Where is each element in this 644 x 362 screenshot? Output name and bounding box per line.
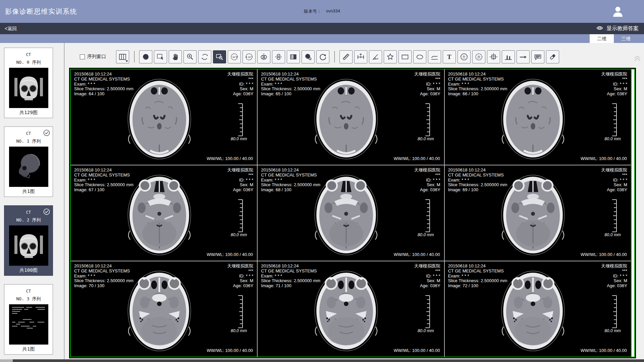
tool-pan-button[interactable]: [169, 50, 182, 63]
cell-age: Age: 036Y: [227, 188, 253, 193]
tool-roi-ellipse-button[interactable]: [413, 50, 426, 63]
user-avatar-icon[interactable]: [611, 5, 625, 18]
tool-layout-button[interactable]: [116, 50, 129, 63]
tool-invert-button[interactable]: [287, 50, 300, 63]
version-label: 版本号：: [304, 8, 321, 14]
tool-localizer-button[interactable]: [487, 50, 500, 63]
scale-label: 80.0 mm: [418, 137, 434, 141]
tool-window-level-button[interactable]: [139, 50, 152, 63]
cell-exam: Exam: * * *: [261, 274, 320, 279]
tool-histogram-button[interactable]: [502, 50, 515, 63]
svg-text:90°: 90°: [232, 55, 236, 58]
cell-slice-thickness: Slice Thickness: 2.500000 mm: [448, 278, 507, 283]
cell-slice-thickness: Slice Thickness: 2.500000 mm: [261, 183, 320, 188]
viewer-cell-6[interactable]: 20150618 10:12:24CT GE MEDICAL SYSTEMSEx…: [71, 261, 257, 357]
checkbox-box: [80, 54, 85, 59]
cell-masked-id: ***: [414, 77, 440, 82]
tool-measure-line-button[interactable]: [339, 50, 353, 63]
series-modality: CT: [4, 52, 53, 57]
cell-age: Age: 036Y: [414, 92, 440, 97]
scale-label: 80.0 mm: [231, 137, 247, 141]
tool-comment-button[interactable]: [531, 50, 544, 63]
series-card-2[interactable]: CTNO. 2 序列共100图: [4, 205, 53, 276]
cell-patient-id: ID: * * *: [601, 178, 627, 183]
viewer-cell-7[interactable]: 20150618 10:12:24CT GE MEDICAL SYSTEMSEx…: [258, 261, 444, 357]
viewer-green-frame: 20150618 10:12:24CT GE MEDICAL SYSTEMSEx…: [70, 69, 635, 357]
viewer-vertical-scrollbar[interactable]: [631, 69, 634, 357]
tab-2d[interactable]: 二维: [590, 34, 614, 43]
tool-roi-rect-button[interactable]: [398, 50, 412, 63]
cell-image-number: Image: 65 / 100: [261, 92, 320, 97]
viewer-cell-5[interactable]: 20150618 10:12:24CT GE MEDICAL SYSTEMSEx…: [445, 165, 631, 261]
scale-label: 80.0 mm: [604, 328, 621, 333]
tool-measure-caliper-button[interactable]: [354, 50, 367, 63]
cell-hospital: 天堰模拟医院: [601, 168, 627, 173]
tool-select-button[interactable]: [154, 50, 167, 63]
horizontal-scrollbar-thumb[interactable]: [13, 359, 644, 362]
tool-flip-vertical-button[interactable]: [272, 50, 285, 63]
tool-secondary-mark-button[interactable]: 次: [472, 50, 485, 63]
series-name: NO. 0 序列: [4, 59, 53, 65]
viewer-cell-1[interactable]: 20150618 10:12:24CT GE MEDICAL SYSTEMSEx…: [258, 69, 444, 165]
cell-info-right: 天堰模拟医院***ID: * * *Sex: MAge: 036Y: [601, 264, 627, 289]
ct-image: [126, 269, 192, 353]
viewer-cell-2[interactable]: 20150618 10:12:24CT GE MEDICAL SYSTEMSEx…: [445, 69, 631, 165]
horizontal-scrollbar[interactable]: [0, 359, 644, 362]
cell-hospital: 天堰模拟医院: [414, 72, 440, 77]
series-card-0[interactable]: CTNO. 0 序列共129图: [4, 48, 53, 118]
cell-masked-id: ***: [601, 173, 627, 178]
tool-text-annotation-button[interactable]: T: [443, 50, 456, 63]
tool-main-mark-button[interactable]: 主: [458, 50, 471, 63]
tool-arrow-annotation-button[interactable]: [517, 50, 530, 63]
tool-window-single-button[interactable]: [302, 50, 315, 63]
tool-zoom-region-button[interactable]: [213, 50, 226, 63]
scale-label: 80.0 mm: [604, 137, 621, 141]
cell-manufacturer: CT GE MEDICAL SYSTEMS: [74, 173, 133, 178]
ct-image: [313, 173, 379, 257]
cell-image-number: Image: 64 / 100: [74, 92, 133, 97]
cell-slice-thickness: Slice Thickness: 2.500000 mm: [261, 278, 320, 283]
viewer-cell-4[interactable]: 20150618 10:12:24CT GE MEDICAL SYSTEMSEx…: [258, 165, 444, 261]
collapse-panel-button[interactable]: [633, 54, 642, 62]
tool-reset-button[interactable]: [316, 50, 329, 63]
series-window-checkbox[interactable]: 序列窗口: [80, 54, 106, 60]
show-teacher-answer-label: 显示教师答案: [606, 25, 639, 32]
viewer-cell-3[interactable]: 20150618 10:12:24CT GE MEDICAL SYSTEMSEx…: [71, 165, 257, 261]
cell-slice-thickness: Slice Thickness: 2.500000 mm: [74, 278, 133, 283]
tool-zoom-button[interactable]: [183, 50, 197, 63]
tool-rotate-right-90-button[interactable]: 90°: [243, 50, 256, 63]
tool-measure-angle-button[interactable]: [369, 50, 382, 63]
svg-text:主: 主: [462, 55, 466, 59]
cell-masked-id: ***: [601, 77, 627, 82]
tool-flip-horizontal-button[interactable]: [257, 50, 270, 63]
cell-hospital: 天堰模拟医院: [601, 72, 627, 77]
series-card-3[interactable]: CTNO. 3 序列共1图: [4, 284, 53, 355]
show-teacher-answer-button[interactable]: 显示教师答案: [596, 23, 639, 34]
tool-rotate-left-90-button[interactable]: 90°: [228, 50, 241, 63]
tab-3d[interactable]: 三维: [614, 34, 638, 43]
tool-roi-freehand-button[interactable]: [384, 50, 397, 63]
cell-datetime: 20150618 10:12:24: [74, 168, 133, 173]
viewer-cell-8[interactable]: 20150618 10:12:24CT GE MEDICAL SYSTEMSEx…: [445, 261, 631, 357]
back-button[interactable]: <返回: [5, 23, 17, 34]
scale-ruler-icon: [423, 103, 431, 138]
top-header: 影像诊断思维实训系统 版本号： svn334: [0, 0, 644, 23]
cell-exam: Exam: * * *: [448, 274, 507, 279]
viewer-cell-0[interactable]: 20150618 10:12:24CT GE MEDICAL SYSTEMSEx…: [71, 69, 257, 165]
series-sidebar: CTNO. 0 序列共129图CTNO. 1 序列共1图CTNO. 2 序列共1…: [0, 43, 64, 359]
tool-rotate-button[interactable]: [198, 50, 211, 63]
series-thumbnail: [9, 304, 48, 345]
window-level-label: WW/WL: 100.00 / 40.00: [394, 156, 440, 161]
cell-patient-id: ID: * * *: [414, 82, 440, 87]
content-area: CTNO. 0 序列共129图CTNO. 1 序列共1图CTNO. 2 序列共1…: [0, 43, 644, 359]
cell-exam: Exam: * * *: [448, 82, 507, 87]
tool-profile-curve-button[interactable]: [428, 50, 441, 63]
cell-slice-thickness: Slice Thickness: 2.500000 mm: [448, 87, 507, 92]
tool-eraser-button[interactable]: [546, 50, 559, 63]
cell-sex: Sex: M: [414, 87, 440, 92]
series-card-1[interactable]: CTNO. 1 序列共1图: [4, 126, 53, 197]
cell-datetime: 20150618 10:12:24: [261, 72, 320, 77]
cell-sex: Sex: M: [227, 278, 253, 283]
cell-info-left: 20150618 10:12:24CT GE MEDICAL SYSTEMSEx…: [261, 264, 320, 289]
ct-image: [500, 77, 566, 161]
